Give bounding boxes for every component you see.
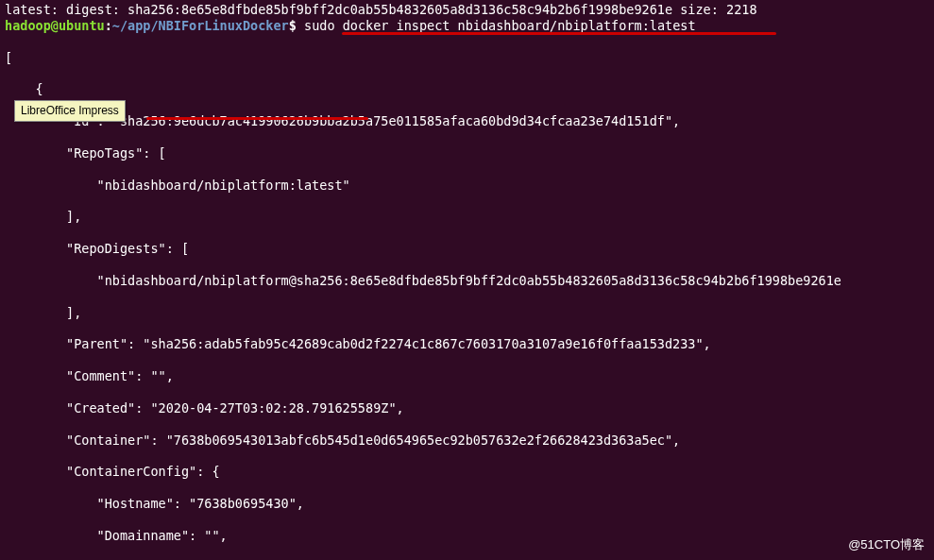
- output-line: "RepoDigests": [: [5, 241, 929, 257]
- output-line: "Container": "7638b069543013abfc6b545d1e…: [5, 433, 929, 449]
- command-text: sudo docker inspect nbidashboard/nbiplat…: [304, 18, 696, 33]
- output-line: "Created": "2020-04-27T03:02:28.79162558…: [5, 400, 929, 416]
- red-underline-annotation: [342, 32, 776, 35]
- output-line: "Hostname": "7638b0695430",: [5, 496, 929, 512]
- digest-line: latest: digest: sha256:8e65e8dfbde85bf9b…: [5, 2, 929, 18]
- red-underline-annotation: [146, 117, 368, 120]
- output-line: "Id": "sha256:9e6dcb7ac41990626b9bba2b5a…: [5, 113, 929, 129]
- json-output: [ { "Id": "sha256:9e6dcb7ac41990626b9bba…: [5, 34, 929, 560]
- output-line: "ContainerConfig": {: [5, 464, 929, 480]
- output-line: ],: [5, 305, 929, 321]
- output-line: "RepoTags": [: [5, 145, 929, 161]
- output-line: {: [5, 81, 929, 97]
- watermark-text: @51CTO博客: [848, 537, 925, 552]
- prompt-dollar: $: [289, 18, 304, 33]
- output-line: [: [5, 50, 929, 66]
- output-line: "nbidashboard/nbiplatform:latest": [5, 178, 929, 194]
- output-line: "nbidashboard/nbiplatform@sha256:8e65e8d…: [5, 273, 929, 289]
- output-line: "Domainname": "",: [5, 528, 929, 544]
- output-line: "Comment": "",: [5, 368, 929, 384]
- prompt-user: hadoop@ubuntu: [5, 18, 105, 33]
- output-line: ],: [5, 209, 929, 225]
- prompt-colon: :: [105, 18, 112, 33]
- prompt-path: ~/app/NBIForLinuxDocker: [112, 18, 289, 33]
- output-line: "Parent": "sha256:adab5fab95c42689cab0d2…: [5, 336, 929, 352]
- libreoffice-tooltip: LibreOffice Impress: [14, 100, 126, 122]
